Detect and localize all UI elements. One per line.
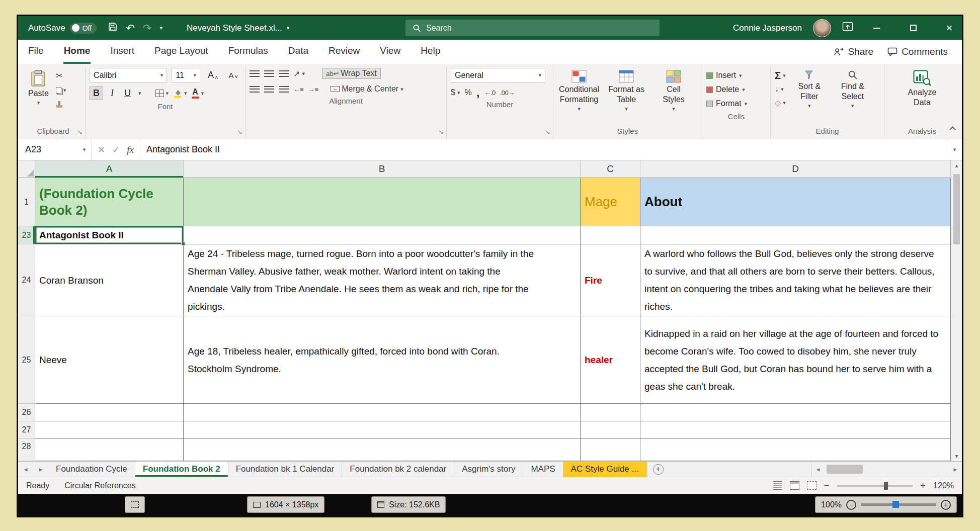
orientation-button[interactable]: ↗▾	[293, 68, 305, 79]
delete-cells-button[interactable]: Delete▾	[706, 83, 766, 96]
zoom-level[interactable]: 120%	[933, 481, 954, 490]
format-painter-button[interactable]	[56, 99, 66, 110]
fill-color-button[interactable]: ▾	[173, 88, 187, 99]
sheet-tab-foundation-bk-1-calendar[interactable]: Foundation bk 1 Calendar	[228, 462, 343, 477]
save-button[interactable]	[108, 22, 118, 34]
add-sheet-button[interactable]: +	[653, 464, 664, 475]
selection-tool-panel[interactable]	[125, 496, 145, 513]
formula-cancel-button[interactable]: ✕	[98, 144, 105, 155]
comma-format-button[interactable]: ,	[476, 89, 480, 96]
horizontal-scroll-track[interactable]	[825, 462, 949, 477]
align-right-icon[interactable]	[279, 86, 289, 93]
row-header-27[interactable]: 27	[18, 421, 35, 439]
align-bottom-icon[interactable]	[279, 70, 289, 77]
cell-D1[interactable]: About	[640, 178, 951, 226]
view-normal-button[interactable]	[773, 481, 782, 490]
cell-A27[interactable]	[35, 421, 184, 439]
vertical-scrollbar[interactable]: ▴ ▾	[951, 160, 962, 461]
document-title[interactable]: Neveyah Style Sheet.xl... ▾	[187, 23, 289, 33]
number-format-select[interactable]: General▾	[451, 68, 545, 82]
decrease-decimal-button[interactable]: .00→	[500, 89, 515, 97]
collapse-ribbon-button[interactable]	[950, 125, 955, 134]
autosave-toggle[interactable]: Off	[70, 23, 97, 34]
row-header-26[interactable]: 26	[18, 404, 35, 421]
clear-button[interactable]: ◇▾	[775, 97, 786, 108]
viewer-zoom-slider-handle[interactable]	[892, 501, 899, 508]
redo-button[interactable]: ↷	[143, 23, 152, 33]
row-header-24[interactable]: 24	[18, 244, 35, 316]
decrease-indent-button[interactable]: ←≡	[293, 83, 304, 95]
cell-D24[interactable]: A warlord who follows the Bull God, beli…	[640, 244, 951, 316]
close-button[interactable]: ×	[937, 16, 962, 40]
viewer-zoom-slider[interactable]	[861, 503, 936, 506]
borders-button[interactable]: ▾	[155, 88, 169, 99]
fill-handle[interactable]	[181, 242, 185, 246]
cell-C27[interactable]	[581, 421, 640, 439]
view-page-layout-button[interactable]	[790, 481, 799, 490]
align-left-icon[interactable]	[250, 86, 260, 93]
menu-tab-insert[interactable]: Insert	[100, 40, 144, 64]
currency-format-button[interactable]: $▾	[451, 87, 460, 98]
status-circular-references[interactable]: Circular References	[64, 481, 135, 490]
formula-input[interactable]: Antagonist Book II	[140, 139, 947, 160]
maximize-button[interactable]	[901, 16, 926, 40]
cut-button[interactable]: ✂	[56, 70, 66, 81]
cell-D25[interactable]: Kidnapped in a raid on her village at th…	[640, 316, 951, 404]
analyze-data-button[interactable]: Analyze Data	[898, 68, 946, 110]
cell-styles-button[interactable]: Cell Styles ▾	[652, 68, 695, 114]
sheet-tab-asgrims-story[interactable]: Asgrim's story	[454, 462, 523, 477]
name-box-dropdown[interactable]: ▾	[77, 139, 92, 160]
sheet-tab-ac-style-guide[interactable]: AC Style Guide ...	[563, 462, 647, 477]
number-dialog-launcher[interactable]: ↘	[545, 129, 550, 135]
font-size-select[interactable]: 11▾	[172, 68, 200, 82]
name-box[interactable]: A23	[18, 139, 77, 160]
align-center-icon[interactable]	[264, 86, 274, 93]
hscroll-left-arrow-icon[interactable]: ◂	[811, 465, 825, 473]
menu-tab-page-layout[interactable]: Page Layout	[144, 40, 218, 64]
alignment-dialog-launcher[interactable]: ↘	[438, 129, 444, 135]
cell-D26[interactable]	[640, 404, 951, 421]
select-all-corner[interactable]	[18, 160, 35, 178]
row-header-28[interactable]: 28	[18, 439, 35, 461]
clipboard-dialog-launcher[interactable]: ↘	[77, 129, 83, 135]
menu-tab-review[interactable]: Review	[318, 40, 370, 64]
conditional-formatting-button[interactable]: Conditional Formatting ▾	[557, 68, 601, 114]
zoom-slider-handle[interactable]	[884, 482, 888, 490]
column-header-c[interactable]: C	[581, 160, 640, 178]
sheet-nav-right-button[interactable]: ▸	[33, 462, 48, 477]
autosave-control[interactable]: AutoSave Off	[28, 23, 97, 34]
viewer-zoom-in-button[interactable]: +	[941, 500, 951, 510]
menu-tab-view[interactable]: View	[370, 40, 411, 64]
cell-C26[interactable]	[581, 404, 640, 421]
expand-formula-bar-button[interactable]: ▾	[947, 139, 962, 160]
sort-filter-button[interactable]: Sort & Filter ▾	[790, 68, 829, 111]
font-dialog-launcher[interactable]: ↘	[237, 129, 242, 135]
sheet-tab-maps[interactable]: MAPS	[523, 462, 563, 477]
column-header-d[interactable]: D	[640, 160, 951, 178]
format-as-table-button[interactable]: Format as Table ▾	[605, 68, 648, 114]
decrease-font-size-button[interactable]: A˅	[226, 70, 241, 80]
undo-button[interactable]: ↶	[126, 23, 135, 33]
cell-D23[interactable]	[640, 226, 951, 244]
cell-B25[interactable]: Age 18, Tribeless healer, empathically g…	[184, 316, 581, 404]
user-avatar[interactable]	[813, 19, 831, 37]
cell-C28[interactable]	[581, 439, 640, 461]
increase-font-size-button[interactable]: A˄	[205, 69, 221, 81]
paste-button[interactable]: Paste ▾	[25, 68, 52, 108]
cell-C23[interactable]	[581, 226, 640, 244]
cell-B23[interactable]	[184, 226, 581, 244]
increase-indent-button[interactable]: →≡	[308, 83, 319, 95]
cell-B24[interactable]: Age 24 - Tribeless mage, turned rogue. B…	[184, 244, 581, 316]
viewer-zoom-out-button[interactable]: −	[846, 500, 856, 510]
menu-tab-file[interactable]: File	[18, 40, 54, 64]
cell-A26[interactable]	[35, 404, 184, 421]
menu-tab-home[interactable]: Home	[54, 40, 101, 64]
comments-button[interactable]: Comments	[887, 46, 948, 57]
sheet-tab-foundaation-cycle[interactable]: Foundaation Cycle	[48, 462, 135, 477]
cell-D27[interactable]	[640, 421, 951, 439]
increase-decimal-button[interactable]: ←.0	[484, 89, 495, 97]
vertical-scroll-track[interactable]	[951, 169, 962, 453]
insert-cells-button[interactable]: Insert▾	[706, 69, 766, 82]
scroll-up-arrow-icon[interactable]: ▴	[955, 162, 958, 169]
cell-A28[interactable]	[35, 439, 184, 461]
